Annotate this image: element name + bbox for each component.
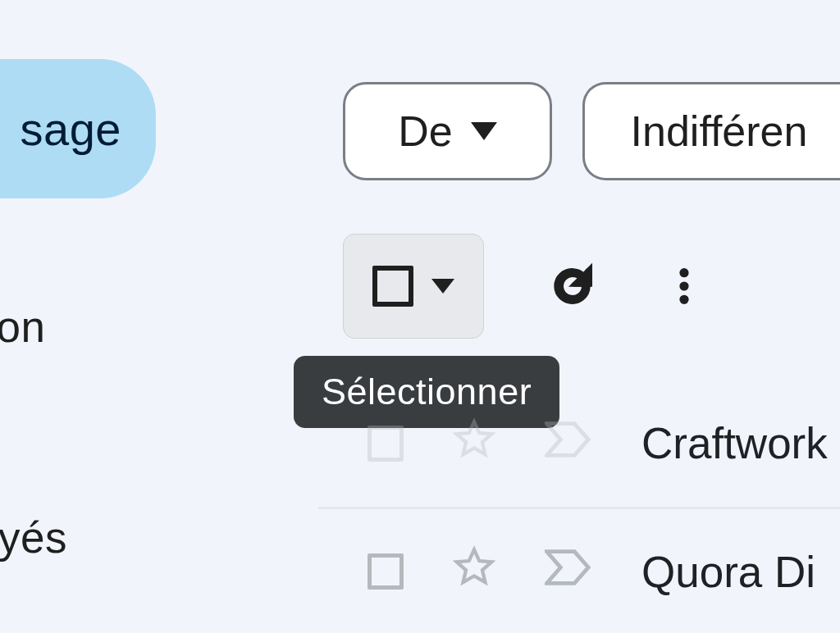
main-panel: De Indifféren: [318, 49, 840, 633]
star-icon: [453, 545, 495, 588]
row-checkbox[interactable]: [368, 426, 404, 462]
star-icon: [453, 417, 495, 460]
sidebar-item-sent[interactable]: oyés: [0, 512, 67, 562]
checkbox-icon: [372, 266, 413, 307]
important-button[interactable]: [545, 419, 592, 468]
filter-chip-label: Indifféren: [631, 107, 808, 156]
svg-point-1: [679, 281, 688, 290]
toolbar: [343, 234, 707, 339]
filter-chip-from[interactable]: De: [343, 82, 552, 180]
sidebar: sage tion oyés: [0, 0, 304, 633]
refresh-button[interactable]: [550, 263, 596, 309]
important-icon: [545, 549, 592, 586]
sidebar-item-label: oyés: [0, 513, 67, 562]
compose-button[interactable]: sage: [0, 59, 156, 198]
chevron-down-icon: [431, 279, 454, 294]
filter-chip-anytime[interactable]: Indifféren: [582, 82, 840, 180]
sidebar-item-inbox[interactable]: tion: [0, 302, 45, 352]
row-sender: Quora Di: [641, 547, 815, 597]
star-button[interactable]: [453, 417, 495, 470]
important-button[interactable]: [545, 547, 592, 596]
svg-point-0: [679, 268, 688, 277]
more-button[interactable]: [661, 263, 707, 309]
row-checkbox[interactable]: [368, 553, 404, 590]
filter-chip-label: De: [398, 107, 452, 156]
more-vertical-icon: [661, 263, 707, 309]
mail-row[interactable]: Quora Di: [318, 507, 840, 633]
app-root: sage tion oyés De Indifféren: [0, 0, 840, 633]
sidebar-item-label: tion: [0, 303, 45, 351]
mail-list: Craftwork Quora Di: [318, 380, 840, 633]
compose-label: sage: [21, 102, 121, 156]
refresh-icon: [550, 263, 596, 309]
row-sender: Craftwork: [641, 418, 828, 468]
mail-row[interactable]: Craftwork: [318, 380, 840, 507]
chevron-down-icon: [471, 122, 497, 140]
important-icon: [545, 421, 592, 458]
select-all-button[interactable]: [343, 234, 484, 339]
star-button[interactable]: [453, 545, 495, 598]
svg-point-2: [679, 295, 688, 304]
